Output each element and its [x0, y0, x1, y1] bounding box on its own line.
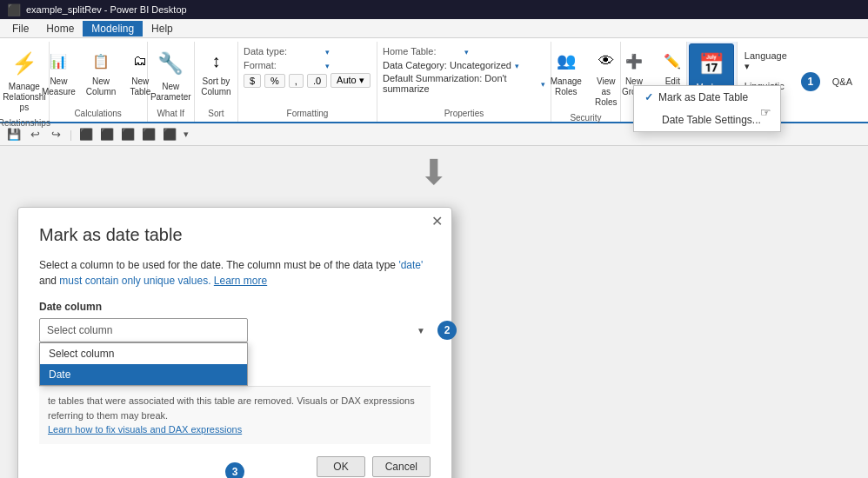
data-category-value: Data Category: Uncategorized: [383, 60, 511, 70]
language-button[interactable]: Language ▾: [738, 47, 794, 76]
percent-btn[interactable]: %: [264, 74, 285, 88]
new-column-icon: 📋: [87, 47, 115, 75]
step3-circle: 3: [225, 462, 244, 479]
sort-group-label: Sort: [208, 109, 224, 120]
toolbar-btn-6[interactable]: ⬛: [119, 126, 137, 143]
data-category-dropdown[interactable]: [515, 59, 519, 71]
warning-link[interactable]: Learn how to fix visuals and DAX express…: [48, 424, 242, 435]
default-summarization-dropdown[interactable]: [541, 77, 545, 90]
menu-home[interactable]: Home: [37, 21, 83, 37]
down-arrow-icon: ⬇: [419, 152, 449, 192]
undo-toolbar-btn[interactable]: ↩: [26, 126, 43, 143]
dropdown-option-select-column[interactable]: Select column: [40, 343, 247, 364]
language-label: Language ▾: [744, 50, 787, 72]
date-column-label: Date column: [39, 301, 431, 313]
modal-title: Mark as date table: [39, 225, 431, 245]
date-table-settings-label: Date Table Settings...: [662, 114, 761, 126]
menu-bar: File Home Modeling Help: [0, 19, 868, 38]
step3-label: 3: [232, 466, 238, 478]
modal-description: Select a column to be used for the date.…: [39, 257, 431, 289]
home-table-dropdown[interactable]: [464, 45, 469, 57]
save-toolbar-btn[interactable]: 💾: [5, 126, 23, 143]
new-column-button[interactable]: 📋 NewColumn: [81, 43, 121, 101]
sort-by-column-button[interactable]: ↕ Sort byColumn: [196, 43, 236, 101]
step1-circle: 1: [801, 72, 820, 91]
mark-as-date-table-icon: 📅: [695, 48, 728, 81]
manage-roles-button[interactable]: 👥 ManageRoles: [545, 43, 586, 101]
warning-box: te tables that were associated with this…: [39, 386, 431, 444]
checkmark-icon: ✓: [644, 91, 653, 103]
manage-roles-label: ManageRoles: [551, 76, 582, 97]
date-column-select[interactable]: Select column Date: [39, 318, 248, 342]
default-summarization-value: Default Summarization: Don't summarize: [383, 73, 537, 94]
ribbon-group-calculations: 📊 NewMeasure 📋 NewColumn 🗂 NewTable Calc…: [50, 42, 148, 122]
new-column-label: NewColumn: [86, 76, 116, 97]
step2-circle: 2: [437, 321, 457, 340]
data-type-dropdown[interactable]: [325, 45, 330, 57]
edit-groups-icon: ✏️: [658, 47, 686, 75]
new-group-icon: ➕: [620, 47, 648, 75]
toolbar-btn-8[interactable]: ⬛: [161, 126, 178, 143]
learn-more-link[interactable]: Learn more: [214, 275, 267, 287]
new-measure-button[interactable]: 📊 NewMeasure: [37, 43, 81, 101]
new-measure-label: NewMeasure: [42, 76, 76, 97]
dropdown-wrapper: Select column Date ▼ Select column Date …: [39, 318, 431, 342]
qa-button[interactable]: Q&A: [825, 73, 859, 90]
menu-modeling[interactable]: Modeling: [83, 21, 143, 37]
step2-label: 2: [444, 324, 451, 336]
sort-icon: ↕: [202, 47, 230, 75]
ribbon-dropdown-menu: ✓ Mark as Date Table Date Table Settings…: [633, 85, 781, 132]
mark-as-date-table-menu-item[interactable]: ✓ Mark as Date Table: [634, 86, 780, 109]
security-group-label: Security: [570, 113, 601, 124]
format-label: Format:: [244, 60, 322, 70]
auto-btn[interactable]: Auto ▾: [331, 73, 371, 88]
new-parameter-label: NewParameter: [150, 82, 191, 103]
modal-footer: OK Cancel 3: [39, 456, 431, 477]
highlight-must: must contain only unique values.: [59, 275, 210, 287]
modal-overlay: ✕ Mark as date table Select a column to …: [0, 198, 868, 216]
highlight-date: 'date': [398, 259, 423, 271]
mark-as-date-table-modal: ✕ Mark as date table Select a column to …: [17, 207, 452, 478]
ribbon-group-security: 👥 ManageRoles 👁 View asRoles Security: [551, 42, 621, 122]
manage-roles-icon: 👥: [552, 47, 580, 75]
dropdown-option-date[interactable]: Date: [40, 364, 247, 385]
date-table-settings-menu-item[interactable]: Date Table Settings...: [634, 109, 780, 131]
redo-toolbar-btn[interactable]: ↪: [47, 126, 64, 143]
step1-label: 1: [807, 76, 813, 88]
ribbon-group-formatting: Data type: Format: $ % , .0 Auto ▾ Forma…: [238, 42, 377, 122]
title-bar: ⬛ example_splitRev - Power BI Desktop: [0, 0, 868, 19]
dollar-btn[interactable]: $: [244, 74, 261, 88]
formatting-group-label: Formatting: [287, 109, 329, 120]
window-title: example_splitRev - Power BI Desktop: [26, 4, 187, 15]
cancel-button[interactable]: Cancel: [372, 456, 431, 477]
calculations-group-label: Calculations: [74, 109, 121, 120]
ok-button[interactable]: OK: [317, 456, 364, 477]
toolbar-btn-5[interactable]: ⬛: [98, 126, 116, 143]
mark-as-date-table-menu-label: Mark as Date Table: [658, 91, 748, 103]
whatif-group-label: What If: [157, 109, 184, 120]
main-content: ✕ Mark as date table Select a column to …: [0, 198, 868, 216]
qa-label: Q&A: [832, 76, 852, 87]
home-table-label: Home Table:: [383, 46, 461, 56]
ribbon-group-whatif: 🔧 NewParameter What If: [148, 42, 195, 122]
new-parameter-icon: 🔧: [154, 47, 187, 80]
modal-close-button[interactable]: ✕: [431, 215, 443, 229]
ribbon-group-sort: ↕ Sort byColumn Sort: [195, 42, 238, 122]
ribbon-group-properties: Home Table: Data Category: Uncategorized…: [377, 42, 551, 122]
sort-by-column-label: Sort byColumn: [201, 76, 230, 97]
menu-file[interactable]: File: [3, 21, 37, 37]
menu-help[interactable]: Help: [143, 21, 182, 37]
format-dropdown[interactable]: [325, 59, 330, 71]
app-icon: ⬛: [7, 3, 21, 17]
arrow-area: ⬇: [0, 146, 868, 198]
new-parameter-button[interactable]: 🔧 NewParameter: [145, 43, 197, 106]
toolbar-more[interactable]: ▾: [184, 129, 189, 140]
comma-btn[interactable]: ,: [289, 74, 304, 88]
dropdown-popup: Select column Date: [39, 342, 248, 386]
toolbar-btn-7[interactable]: ⬛: [140, 126, 157, 143]
warning-text: te tables that were associated with this…: [48, 395, 415, 421]
properties-group-label: Properties: [444, 109, 484, 120]
dropdown-arrow-icon: ▼: [417, 326, 425, 335]
decimal-btn[interactable]: .0: [307, 74, 327, 88]
toolbar-btn-4[interactable]: ⬛: [77, 126, 95, 143]
